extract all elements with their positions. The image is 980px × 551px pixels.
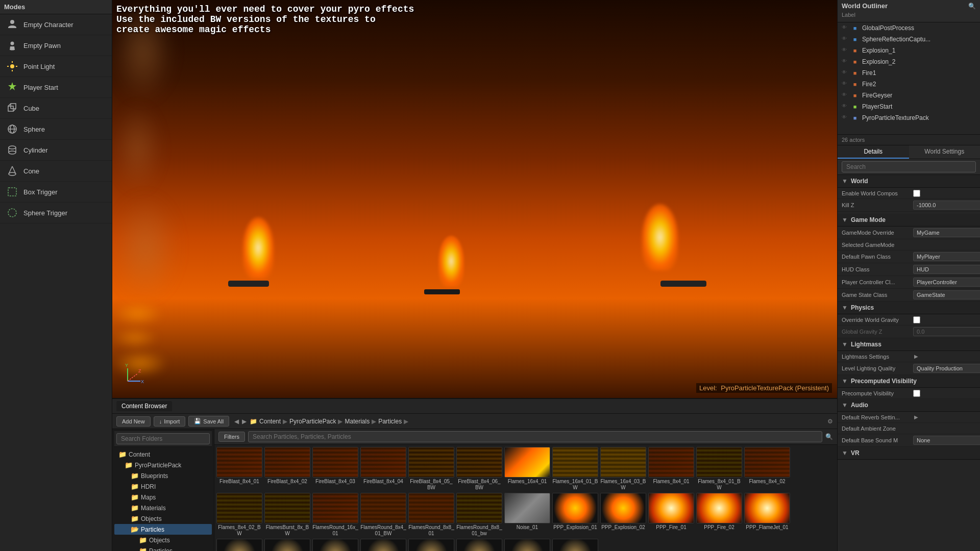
- details-search-input[interactable]: [842, 161, 976, 172]
- outliner-item-explosion1[interactable]: 👁 ■ Explosion_1: [838, 45, 980, 56]
- breadcrumb-pyropack[interactable]: PyroParticlePack: [289, 418, 336, 425]
- actor-item-cube[interactable]: Cube: [0, 98, 112, 119]
- actor-item-sphere[interactable]: Sphere: [0, 119, 112, 140]
- actor-item-point-light[interactable]: Point Light: [0, 56, 112, 77]
- actor-item-box-trigger[interactable]: Box Trigger: [0, 182, 112, 203]
- breadcrumb-materials[interactable]: Materials: [345, 418, 370, 425]
- asset-fireblast-1[interactable]: FireBlast_8x4_01: [216, 447, 262, 491]
- outliner-item-playerstart[interactable]: 👁 ■ PlayerStart: [838, 101, 980, 112]
- outliner-item-globalpost[interactable]: 👁 ■ GlobalPostProcess: [838, 22, 980, 34]
- actor-item-player-start[interactable]: Player Start: [0, 77, 112, 98]
- sidebar-particles[interactable]: 📂 Particles: [114, 524, 212, 535]
- section-precomputed[interactable]: ▼ Precomputed Visibility: [838, 375, 980, 388]
- asset-fireblast-2[interactable]: FireBlast_8x4_02: [264, 447, 310, 491]
- asset-fire-2[interactable]: PPP_Fire_02: [696, 493, 742, 537]
- prop-input-gravity[interactable]: [913, 327, 980, 336]
- sidebar-objects-sub[interactable]: 📁 Objects: [114, 535, 212, 545]
- actor-item-cone[interactable]: Cone: [0, 161, 112, 182]
- reverb-expand-arrow[interactable]: ▶: [913, 414, 919, 420]
- asset-flames-1[interactable]: Flames_16x4_01: [504, 447, 550, 491]
- breadcrumb-particles[interactable]: Particles: [378, 418, 402, 425]
- asset-flames-4[interactable]: Flames_8x4_01: [648, 447, 694, 491]
- asset-fireblast-4[interactable]: FireBlast_8x4_04: [360, 447, 406, 491]
- asset-fireblast-3[interactable]: FireBlast_8x4_03: [312, 447, 358, 491]
- outliner-item-pyropack[interactable]: 👁 ■ PyroParticleTexturePack: [838, 112, 980, 123]
- asset-flamesround-1[interactable]: FlamesRound_16x_01: [312, 493, 358, 537]
- outliner-item-firegeyser[interactable]: 👁 ■ FireGeyser: [838, 90, 980, 101]
- prop-input-level-lighting[interactable]: [913, 364, 980, 373]
- actor-item-cylinder[interactable]: Cylinder: [0, 140, 112, 161]
- asset-fireblast-6[interactable]: FireBlast_8x4_06_BW: [456, 447, 502, 491]
- asset-explosion-1[interactable]: PPP_Explosion_01: [552, 493, 598, 537]
- content-browser-tab[interactable]: Content Browser: [116, 401, 172, 411]
- sidebar-hdri[interactable]: 📁 HDRI: [114, 481, 212, 492]
- nav-forward-icon[interactable]: ▶: [242, 418, 247, 425]
- asset-flames-5[interactable]: Flames_8x4_01_BW: [696, 447, 742, 491]
- asset-blast-1[interactable]: PPP_Particle_01_Blast_01: [504, 539, 550, 551]
- section-audio[interactable]: ▼ Audio: [838, 399, 980, 412]
- sidebar-objects[interactable]: 📁 Objects: [114, 513, 212, 524]
- outliner-search-icon[interactable]: 🔍: [968, 3, 976, 10]
- sidebar-blueprints[interactable]: 📁 Blueprints: [114, 470, 212, 481]
- outliner-item-explosion2[interactable]: 👁 ■ Explosion_2: [838, 56, 980, 67]
- folder-search-input[interactable]: [116, 433, 210, 444]
- prop-input-gamemode[interactable]: [913, 228, 980, 237]
- prop-input-hud[interactable]: [913, 265, 980, 274]
- asset-smoke-1[interactable]: PPP_Particle_01_Smoke_01: [216, 539, 262, 551]
- section-lightmass[interactable]: ▼ Lightmass: [838, 338, 980, 351]
- outliner-item-sphere[interactable]: 👁 ■ SphereReflectionCaptu...: [838, 34, 980, 45]
- section-physics[interactable]: ▼ Physics: [838, 302, 980, 314]
- search-icon[interactable]: 🔍: [825, 433, 833, 440]
- prop-checkbox-world-compos[interactable]: [913, 190, 920, 197]
- prop-input-game-state[interactable]: [913, 290, 980, 299]
- asset-smoke-6[interactable]: PPP_Particle_01_Smoke_2_A: [456, 539, 502, 551]
- prop-input-default-pawn[interactable]: [913, 252, 980, 261]
- asset-fire-1[interactable]: PPP_Fire_01: [648, 493, 694, 537]
- sidebar-particles-sub[interactable]: 📁 Particles: [114, 545, 212, 551]
- section-vr[interactable]: ▼ VR: [838, 447, 980, 460]
- asset-smoke-2[interactable]: PPP_Particle_01_Smoke_02: [264, 539, 310, 551]
- asset-flames-2[interactable]: Flames_16x4_01_BW: [552, 447, 598, 491]
- section-gamemode[interactable]: ▼ Game Mode: [838, 214, 980, 227]
- asset-flames-3[interactable]: Flames_16x4_03_BW: [600, 447, 646, 491]
- asset-flamejet[interactable]: PPP_FlameJet_01: [744, 493, 790, 537]
- prop-input-player-controller[interactable]: [913, 278, 980, 287]
- sidebar-maps[interactable]: 📁 Maps: [114, 492, 212, 503]
- lightmass-expand-arrow[interactable]: ▶: [913, 354, 919, 359]
- viewport[interactable]: Everything you'll ever need to cover you…: [112, 0, 837, 398]
- asset-smoke-4[interactable]: PPP_Particle_01_Smoke_03_A: [360, 539, 406, 551]
- asset-search-input[interactable]: [248, 431, 822, 442]
- add-new-button[interactable]: Add New: [116, 416, 151, 427]
- cb-settings-icon[interactable]: ⚙: [827, 418, 833, 425]
- asset-blast-2[interactable]: PPP_Particle_01_Blast_01_Add: [552, 539, 598, 551]
- asset-flamesround-bw[interactable]: FlamesRound_8x8_01_bw: [456, 493, 502, 537]
- asset-fireblast-5[interactable]: FireBlast_8x4_05_BW: [408, 447, 454, 491]
- prop-checkbox-gravity[interactable]: [913, 316, 920, 323]
- outliner-item-fire2[interactable]: 👁 ■ Fire2: [838, 79, 980, 90]
- asset-smoke-3[interactable]: PPP_Particle_01_Smoke_03: [312, 539, 358, 551]
- sidebar-materials[interactable]: 📁 Materials: [114, 503, 212, 513]
- asset-smoke-5[interactable]: PPP_Particle_01_Smoke_04_Add: [408, 539, 454, 551]
- asset-explosion-2[interactable]: PPP_Explosion_02: [600, 493, 646, 537]
- section-world[interactable]: ▼ World: [838, 175, 980, 188]
- asset-flames-7[interactable]: Flames_8x4_02_BW: [216, 493, 262, 537]
- prop-input-kill-z[interactable]: [913, 201, 980, 210]
- asset-flamesround-2[interactable]: FlamesRound_8x4_01_BW: [360, 493, 406, 537]
- sidebar-content[interactable]: 📁 Content: [114, 449, 212, 460]
- asset-flamesround-3[interactable]: FlamesRound_8x8_01: [408, 493, 454, 537]
- actor-item-empty-pawn[interactable]: Empty Pawn: [0, 35, 112, 56]
- actor-item-sphere-trigger[interactable]: Sphere Trigger: [0, 203, 112, 223]
- breadcrumb-content[interactable]: Content: [259, 418, 281, 425]
- prop-checkbox-precompute[interactable]: [913, 390, 920, 397]
- actor-item-empty-character[interactable]: Empty Character: [0, 14, 112, 35]
- sidebar-pyropack[interactable]: 📁 PyroParticlePack: [114, 460, 212, 470]
- asset-noise[interactable]: Noise_01: [504, 493, 550, 537]
- outliner-item-fire1[interactable]: 👁 ■ Fire1: [838, 67, 980, 79]
- asset-flames-6[interactable]: Flames_8x4_02: [744, 447, 790, 491]
- tab-details[interactable]: Details: [838, 145, 909, 159]
- nav-back-icon[interactable]: ◀: [234, 418, 239, 425]
- save-all-button[interactable]: 💾 Save All: [188, 416, 229, 427]
- tab-world-settings[interactable]: World Settings: [909, 145, 981, 159]
- asset-flamesburst[interactable]: FlamesBurst_8x_BW: [264, 493, 310, 537]
- filter-button[interactable]: Filters: [218, 432, 245, 442]
